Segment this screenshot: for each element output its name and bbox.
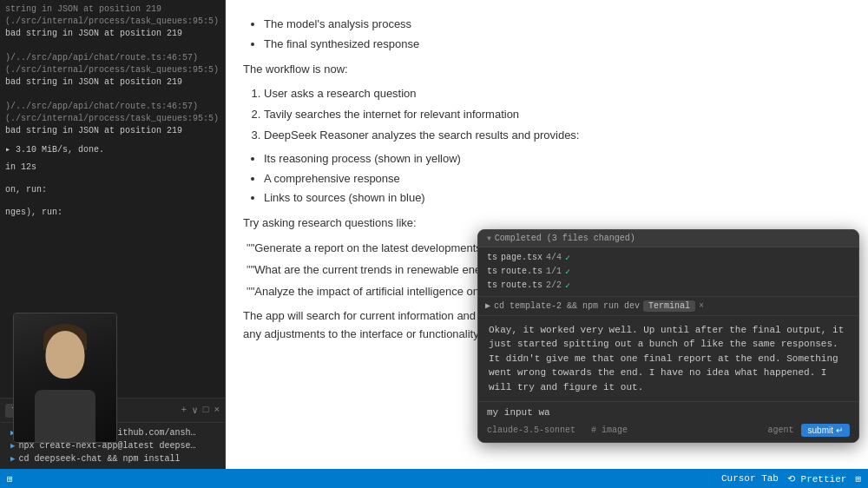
agent-label: agent <box>768 425 794 435</box>
submit-button[interactable]: submit ↵ <box>801 424 850 437</box>
workflow-step: Tavily searches the internet for relevan… <box>264 106 851 124</box>
changed-files-list: ts page.tsx 4/4 ✓ ts route.ts 1/1 ✓ ts r… <box>478 247 858 297</box>
command-text: cd deepseek-chat && npm install <box>18 454 180 464</box>
check-icon: ✓ <box>565 280 570 291</box>
file-lines: 2/2 <box>546 280 562 290</box>
cd-icon: ▶ <box>10 454 15 464</box>
sub-bullet: A comprehensive response <box>264 170 851 188</box>
terminal-line <box>5 40 220 52</box>
terminal-tab-row: ▶ cd template-2 && npm run dev Terminal … <box>478 297 858 316</box>
workflow-step: DeepSeek Reasoner analyzes the search re… <box>264 127 851 145</box>
square-icon: ▶ <box>485 300 490 311</box>
add-tab-icon[interactable]: + <box>181 405 187 416</box>
webcam-preview <box>13 313 117 443</box>
status-icon: ⊞ <box>855 473 861 485</box>
terminal-line: )/../src/app/api/chat/route.ts:46:57) <box>5 52 220 64</box>
ts-icon: ts <box>487 267 497 276</box>
person-head <box>46 331 85 379</box>
sub-bullet: Links to sources (shown in blue) <box>264 189 851 208</box>
chat-overlay-panel: ▼ Completed (3 files changed) ts page.ts… <box>477 229 859 444</box>
terminal-command: cd template-2 && npm run dev <box>494 301 640 311</box>
check-icon: ✓ <box>565 253 570 263</box>
bullet-item: The model's analysis process <box>264 16 851 34</box>
file-item-routets1: ts route.ts 1/1 ✓ <box>487 265 850 279</box>
workflow-title: The workflow is now: <box>243 61 851 79</box>
check-icon: ✓ <box>565 267 570 277</box>
chat-input-footer: claude-3.5-sonnet # image agent submit ↵ <box>487 424 850 437</box>
completed-label: Completed (3 files changed) <box>495 234 635 243</box>
status-left: ⊞ <box>7 473 13 485</box>
chat-message: Okay, it worked very well. Up until afte… <box>478 316 858 403</box>
maximize-icon[interactable]: □ <box>203 405 209 416</box>
file-name: route.ts <box>501 267 542 276</box>
terminal-line: (./src/internal/process/task_queues:95:5… <box>5 16 220 28</box>
prettier-label[interactable]: ⟲ Prettier <box>787 473 846 485</box>
person-body <box>35 390 95 442</box>
terminal-line: ▸ 3.10 MiB/s, done. <box>5 144 220 156</box>
webcam-feed <box>14 313 116 442</box>
model-label: claude-3.5-sonnet # image <box>487 425 628 435</box>
terminal-badge: Terminal <box>643 300 695 312</box>
chat-input[interactable] <box>487 407 850 418</box>
terminal-line: )/../src/app/api/chat/route.ts:46:57) <box>5 101 220 113</box>
command-item[interactable]: ▶ cd deepseek-chat && npm install <box>0 452 225 465</box>
file-name: route.ts <box>501 280 542 290</box>
workflow-step: User asks a research question <box>264 85 851 103</box>
sub-bullet: Its reasoning process (shown in yellow) <box>264 150 851 168</box>
file-name: page.tsx <box>501 253 542 262</box>
terminal-line: bad string in JSON at position 219 <box>5 76 220 89</box>
terminal-line <box>5 89 220 101</box>
file-lines: 1/1 <box>546 267 562 276</box>
file-item-routets2: ts route.ts 2/2 ✓ <box>487 279 850 293</box>
cursor-tab-label[interactable]: Cursor Tab <box>721 473 779 484</box>
status-right: Cursor Tab ⟲ Prettier ⊞ <box>721 473 861 485</box>
terminal-line: in 12s <box>5 162 220 174</box>
terminal-line: on, run: <box>5 184 220 196</box>
file-item-pagetsx: ts page.tsx 4/4 ✓ <box>487 251 850 265</box>
terminal-line: nges), run: <box>5 207 220 219</box>
expand-icon[interactable]: ∨ <box>192 405 198 416</box>
terminal-line: (./src/internal/process/task_queues:95:5… <box>5 113 220 125</box>
terminal-line: string in JSON at position 219 <box>5 3 220 16</box>
submit-icon: ↵ <box>836 425 843 435</box>
terminal-line: bad string in JSON at position 219 <box>5 28 220 40</box>
ts-icon: ts <box>487 280 497 290</box>
file-lines: 4/4 <box>546 253 562 262</box>
bullet-item: The final synthesized response <box>264 36 851 54</box>
close-icon[interactable]: × <box>214 405 220 416</box>
terminal-close-icon[interactable]: × <box>699 301 704 311</box>
triangle-icon: ▼ <box>487 234 491 242</box>
status-bar: ⊞ Cursor Tab ⟲ Prettier ⊞ <box>0 469 868 488</box>
chat-input-area: claude-3.5-sonnet # image agent submit ↵ <box>478 402 858 442</box>
submit-label: submit <box>808 425 833 435</box>
terminal-line: (./src/internal/process/task_queues:95:5… <box>5 64 220 76</box>
completed-bar: ▼ Completed (3 files changed) <box>478 230 858 247</box>
terminal-line: bad string in JSON at position 219 <box>5 125 220 137</box>
footer-right: agent submit ↵ <box>768 424 850 437</box>
tsx-icon: ts <box>487 253 497 262</box>
